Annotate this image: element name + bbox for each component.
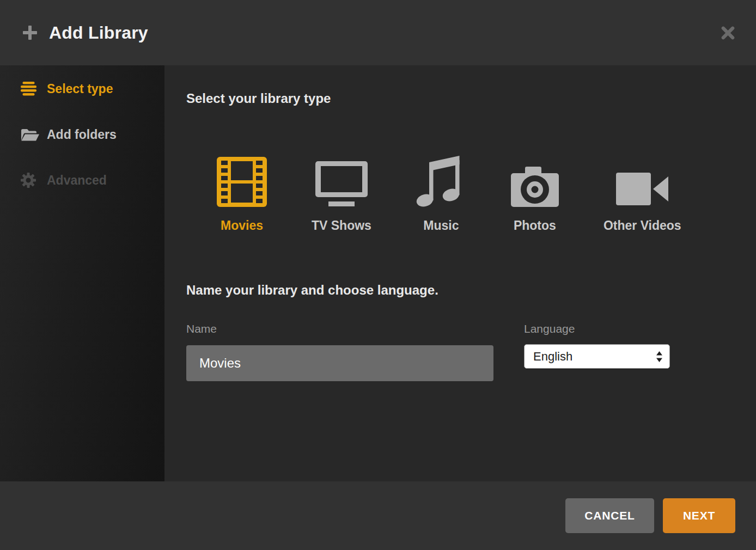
list-icon bbox=[21, 82, 40, 96]
name-language-heading: Name your library and choose language. bbox=[186, 282, 734, 298]
video-camera-icon bbox=[616, 157, 668, 207]
add-library-dialog: Add Library bbox=[0, 0, 756, 550]
library-type-label: Photos bbox=[514, 218, 556, 233]
cancel-button[interactable]: CANCEL bbox=[565, 498, 654, 533]
dialog-body: Select type Add folders bbox=[0, 65, 756, 481]
library-type-heading: Select your library type bbox=[186, 90, 734, 107]
library-type-label: Music bbox=[423, 218, 459, 233]
library-type-row: Movies TV Shows bbox=[217, 157, 734, 233]
dialog-footer: CANCEL NEXT bbox=[0, 481, 756, 550]
sidebar-item-label: Add folders bbox=[47, 127, 117, 142]
film-strip-icon bbox=[217, 157, 267, 207]
library-name-input[interactable] bbox=[186, 345, 493, 381]
dialog-header: Add Library bbox=[0, 0, 756, 65]
sidebar-item-label: Advanced bbox=[47, 173, 107, 188]
language-field-label: Language bbox=[524, 322, 670, 335]
library-type-photos[interactable]: Photos bbox=[511, 157, 559, 233]
name-field-label: Name bbox=[186, 322, 493, 335]
plus-icon bbox=[22, 25, 38, 41]
camera-icon bbox=[511, 157, 559, 207]
library-type-music[interactable]: Music bbox=[416, 157, 466, 233]
library-type-label: Movies bbox=[221, 218, 263, 233]
name-language-form: Name Language English bbox=[186, 322, 734, 381]
wizard-steps-sidebar: Select type Add folders bbox=[0, 65, 164, 481]
library-type-label: Other Videos bbox=[603, 218, 681, 233]
sidebar-item-label: Select type bbox=[47, 82, 113, 96]
next-button[interactable]: NEXT bbox=[663, 498, 735, 533]
library-type-movies[interactable]: Movies bbox=[217, 157, 267, 233]
sidebar-item-select-type[interactable]: Select type bbox=[0, 66, 164, 112]
library-type-other-videos[interactable]: Other Videos bbox=[603, 157, 681, 233]
library-type-label: TV Shows bbox=[312, 218, 371, 233]
close-icon[interactable] bbox=[721, 26, 735, 40]
folder-open-icon bbox=[21, 127, 40, 142]
language-select-value: English bbox=[533, 350, 656, 364]
library-type-tv-shows[interactable]: TV Shows bbox=[312, 157, 371, 233]
select-stepper-icon bbox=[656, 351, 663, 363]
main-content: Select your library type bbox=[164, 65, 756, 481]
sidebar-item-add-folders[interactable]: Add folders bbox=[0, 112, 164, 157]
gear-icon bbox=[21, 173, 40, 188]
language-select[interactable]: English bbox=[524, 344, 670, 369]
tv-icon bbox=[315, 157, 368, 207]
sidebar-item-advanced: Advanced bbox=[0, 157, 164, 203]
dialog-title: Add Library bbox=[49, 23, 148, 43]
music-note-icon bbox=[416, 157, 466, 207]
